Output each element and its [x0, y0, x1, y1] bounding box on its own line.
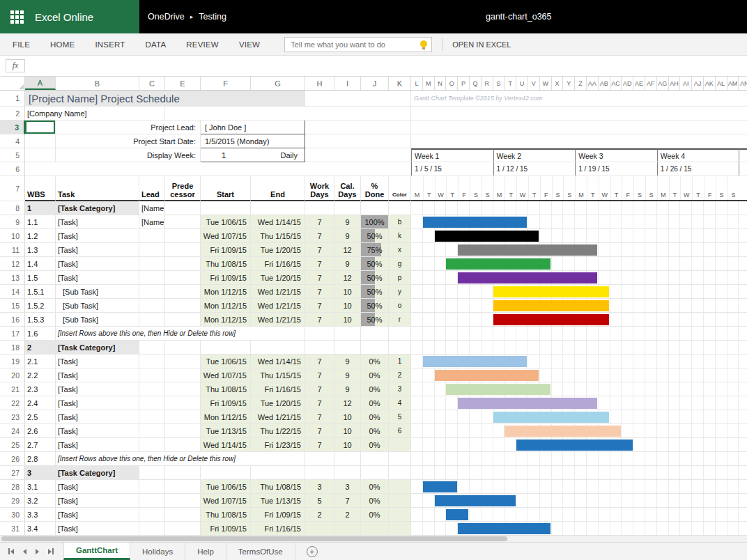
cell-B24[interactable]: [Task]	[56, 424, 139, 438]
gantt-bar-1.5.1[interactable]	[493, 286, 610, 297]
column-header-U[interactable]: U	[516, 77, 528, 90]
cell-E18[interactable]	[165, 341, 201, 355]
column-header-Z[interactable]: Z	[575, 77, 587, 90]
cell-I8[interactable]	[334, 201, 361, 215]
cell-I14[interactable]: 10	[334, 285, 361, 299]
gantt-row-2[interactable]	[411, 107, 747, 120]
cell-I31[interactable]	[334, 522, 361, 535]
cell-E9[interactable]	[165, 215, 201, 229]
cell-H16[interactable]: 7	[305, 313, 334, 327]
header-predecessor[interactable]: Prede cessor	[165, 176, 201, 201]
cell-H26[interactable]	[305, 452, 334, 466]
column-header-X[interactable]: X	[552, 77, 564, 90]
cell-I28[interactable]: 3	[334, 480, 361, 494]
cell-F12[interactable]: Thu 1/08/15	[201, 257, 251, 271]
cell-I27[interactable]	[334, 466, 361, 480]
cell-K19[interactable]: 1	[389, 355, 411, 368]
cell-B15[interactable]: [Sub Task]	[56, 299, 139, 313]
cell-G29[interactable]: Tue 1/13/15	[251, 494, 305, 508]
cell-H18[interactable]	[305, 341, 334, 355]
cell-H4[interactable]	[305, 134, 411, 148]
cell-K10[interactable]: k	[389, 229, 411, 243]
cell-H20[interactable]: 7	[305, 368, 334, 382]
cell-C22[interactable]	[139, 396, 165, 410]
column-header-AH[interactable]: AH	[669, 77, 681, 90]
cell-F11[interactable]: Fri 1/09/15	[201, 243, 251, 257]
cell-J21[interactable]: 0%	[361, 382, 389, 396]
cell-G20[interactable]: Thu 1/15/15	[251, 368, 305, 382]
gantt-bar-1.5.2[interactable]	[493, 300, 610, 311]
form-value-3[interactable]: [ John Doe ]	[201, 120, 305, 134]
cell-J18[interactable]	[361, 341, 389, 355]
row-header-12[interactable]: 12	[0, 257, 25, 271]
cell-A16[interactable]: 1.5.3	[25, 313, 56, 327]
row-header-17[interactable]: 17	[0, 327, 25, 341]
gantt-row-12[interactable]	[411, 257, 747, 271]
cell-B16[interactable]: [Sub Task]	[56, 313, 139, 327]
cell-G12[interactable]: Fri 1/16/15	[251, 257, 305, 271]
row-header-24[interactable]: 24	[0, 424, 25, 438]
cell-J16[interactable]: 50%	[361, 313, 389, 327]
gantt-row-24[interactable]	[411, 424, 747, 438]
row-header-19[interactable]: 19	[0, 355, 25, 368]
cell-F15[interactable]: Mon 1/12/15	[201, 299, 251, 313]
gantt-bar-2.3[interactable]	[446, 384, 550, 395]
column-header-E[interactable]: E	[165, 77, 201, 90]
cell-E12[interactable]	[165, 257, 201, 271]
cell-H24[interactable]: 7	[305, 424, 334, 438]
cell-A4[interactable]	[25, 134, 56, 148]
cell-B14[interactable]: [Sub Task]	[56, 285, 139, 299]
cell-F19[interactable]: Tue 1/06/15	[201, 355, 251, 368]
cell-G16[interactable]: Wed 1/21/15	[251, 313, 305, 327]
cell-K30[interactable]	[389, 508, 411, 522]
form-value-5[interactable]: 1Daily	[201, 148, 305, 162]
column-header-O[interactable]: O	[446, 77, 458, 90]
cell-H21[interactable]: 7	[305, 382, 334, 396]
add-sheet-button[interactable]: +	[307, 546, 318, 557]
column-header-AL[interactable]: AL	[716, 77, 727, 90]
row-header-29[interactable]: 29	[0, 494, 25, 508]
column-header-T[interactable]: T	[505, 77, 516, 90]
cell-I30[interactable]: 2	[334, 508, 361, 522]
gantt-row-13[interactable]	[411, 271, 747, 285]
gantt-row-15[interactable]	[411, 299, 747, 313]
cell-A5[interactable]	[25, 148, 56, 162]
row-header-2[interactable]: 2	[0, 107, 25, 120]
cell-H3[interactable]	[305, 120, 411, 134]
cell-B11[interactable]: [Task]	[56, 243, 139, 257]
cell-G19[interactable]: Wed 1/14/15	[251, 355, 305, 368]
column-header-V[interactable]: V	[528, 77, 540, 90]
prev-sheet-button[interactable]	[23, 549, 26, 554]
row-header-14[interactable]: 14	[0, 285, 25, 299]
row-header-13[interactable]: 13	[0, 271, 25, 285]
cell-F30[interactable]: Thu 1/08/15	[201, 508, 251, 522]
cell-C16[interactable]	[139, 313, 165, 327]
cell-H10[interactable]: 7	[305, 229, 334, 243]
row-header-11[interactable]: 11	[0, 243, 25, 257]
cell-I22[interactable]: 12	[334, 396, 361, 410]
cell-I21[interactable]: 9	[334, 382, 361, 396]
cell-H19[interactable]: 7	[305, 355, 334, 368]
cell-F21[interactable]: Thu 1/08/15	[201, 382, 251, 396]
cell-H22[interactable]: 7	[305, 396, 334, 410]
gantt-row-8[interactable]	[411, 201, 747, 215]
gantt-row-7[interactable]: MTWTFSSMTWTFSSMTWTFSSMTWTFSS	[411, 176, 747, 201]
cell-C25[interactable]	[139, 438, 165, 452]
cell-A20[interactable]: 2.2	[25, 368, 56, 382]
cell-B21[interactable]: [Task]	[56, 382, 139, 396]
cell-A12[interactable]: 1.4	[25, 257, 56, 271]
column-header-S[interactable]: S	[493, 77, 505, 90]
next-sheet-button[interactable]	[36, 549, 39, 554]
cell-J12[interactable]: 50%	[361, 257, 389, 271]
gantt-row-28[interactable]	[411, 480, 747, 494]
header-wbs[interactable]: WBS	[25, 176, 56, 201]
ribbon-tab-data[interactable]: DATA	[146, 40, 167, 49]
cell-B23[interactable]: [Task]	[56, 410, 139, 424]
cell-F28[interactable]: Tue 1/06/15	[201, 480, 251, 494]
sheet-tab-ganttchart[interactable]: GanttChart	[63, 543, 130, 560]
cell-E23[interactable]	[165, 410, 201, 424]
row-header-26[interactable]: 26	[0, 452, 25, 466]
gantt-bar-1.5.3[interactable]	[493, 314, 610, 325]
gantt-bar-2.1[interactable]	[423, 356, 527, 367]
column-header-I[interactable]: I	[334, 77, 361, 90]
